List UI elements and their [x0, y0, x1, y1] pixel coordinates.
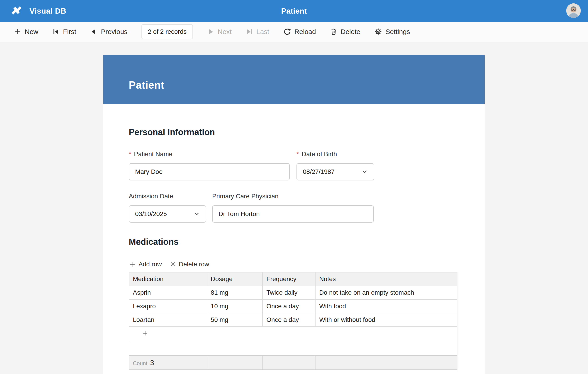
- table-add-row-button[interactable]: [142, 330, 148, 336]
- cell-medication[interactable]: Asprin: [129, 286, 207, 300]
- empty-row: [129, 341, 457, 356]
- user-avatar[interactable]: [566, 3, 581, 18]
- cell-medication[interactable]: Lexapro: [129, 300, 207, 313]
- chevron-down-icon: [361, 168, 368, 175]
- plus-icon: [14, 28, 21, 35]
- record-position-indicator: 2 of 2 records: [141, 24, 193, 39]
- form-row-1: * Patient Name * Date of Birth 08/27/198…: [129, 151, 457, 180]
- cell-dosage[interactable]: 50 mg: [207, 313, 263, 327]
- cell-frequency[interactable]: Once a day: [262, 300, 315, 313]
- previous-button[interactable]: Previous: [90, 28, 127, 36]
- next-button[interactable]: Next: [207, 28, 232, 36]
- avatar-icon: [566, 3, 581, 18]
- settings-button[interactable]: Settings: [374, 28, 410, 36]
- record-toolbar: New First Previous 2 of 2 records Next L…: [0, 22, 588, 42]
- form-body: Personal information * Patient Name * Da…: [103, 104, 485, 370]
- count-value: 3: [150, 359, 154, 367]
- chevron-down-icon: [193, 211, 200, 217]
- column-header-frequency[interactable]: Frequency: [262, 272, 315, 286]
- delete-row-button[interactable]: Delete row: [170, 261, 209, 268]
- count-label: Count: [133, 360, 147, 366]
- cell-medication[interactable]: Loartan: [129, 313, 207, 327]
- medications-heading: Medications: [129, 223, 457, 246]
- main-content: Patient Personal information * Patient N…: [0, 55, 588, 374]
- patient-name-field: * Patient Name: [129, 151, 290, 180]
- next-icon: [207, 28, 214, 35]
- trash-icon: [330, 28, 337, 35]
- column-header-notes[interactable]: Notes: [315, 272, 457, 286]
- required-asterisk: *: [129, 151, 131, 158]
- medications-table: Medication Dosage Frequency Notes Asprin…: [129, 272, 457, 370]
- form-row-2: Admission Date 03/10/2025 Primary Care P…: [129, 193, 457, 223]
- table-row: Lexapro 10 mg Once a day With food: [129, 300, 457, 313]
- physician-label: Primary Care Physician: [212, 193, 374, 200]
- required-asterisk: *: [296, 151, 299, 158]
- table-summary-row: Count3: [129, 356, 457, 370]
- date-of-birth-field: * Date of Birth 08/27/1987: [296, 151, 374, 180]
- app-header: Visual DB Patient: [0, 0, 588, 22]
- table-row: Asprin 81 mg Twice daily Do not take on …: [129, 286, 457, 300]
- cell-notes[interactable]: Do not take on an empty stomach: [315, 286, 457, 300]
- plus-icon: [142, 330, 148, 336]
- cell-frequency[interactable]: Once a day: [262, 313, 315, 327]
- count-cell: Count3: [129, 356, 207, 370]
- column-header-dosage[interactable]: Dosage: [207, 272, 263, 286]
- cell-dosage[interactable]: 10 mg: [207, 300, 263, 313]
- admission-date-field: Admission Date 03/10/2025: [129, 193, 206, 223]
- new-button[interactable]: New: [14, 28, 38, 36]
- page-title: Patient: [281, 7, 307, 15]
- cell-dosage[interactable]: 81 mg: [207, 286, 263, 300]
- reload-button[interactable]: Reload: [283, 28, 316, 36]
- visual-db-logo-icon: [10, 4, 23, 18]
- last-button[interactable]: Last: [246, 28, 269, 36]
- physician-input[interactable]: [219, 210, 368, 218]
- skip-last-icon: [246, 28, 253, 35]
- patient-name-input[interactable]: [135, 168, 283, 176]
- date-of-birth-select[interactable]: 08/27/1987: [296, 163, 374, 180]
- cell-notes[interactable]: With or without food: [315, 313, 457, 327]
- table-header-row: Medication Dosage Frequency Notes: [129, 272, 457, 286]
- brand[interactable]: Visual DB: [10, 4, 66, 18]
- brand-name: Visual DB: [30, 7, 66, 15]
- previous-icon: [90, 28, 97, 35]
- table-row: Loartan 50 mg Once a day With or without…: [129, 313, 457, 327]
- patient-name-label: * Patient Name: [129, 151, 290, 158]
- skip-first-icon: [52, 28, 60, 35]
- form-banner: Patient: [103, 55, 485, 104]
- admission-date-label: Admission Date: [129, 193, 206, 200]
- patient-form-card: Patient Personal information * Patient N…: [103, 55, 485, 374]
- date-of-birth-label: * Date of Birth: [296, 151, 374, 158]
- physician-field: Primary Care Physician: [212, 193, 374, 223]
- table-actions: Add row Delete row: [129, 261, 457, 268]
- admission-date-select[interactable]: 03/10/2025: [129, 205, 206, 223]
- personal-information-heading: Personal information: [129, 104, 457, 136]
- plus-icon: [129, 261, 136, 268]
- add-row-button[interactable]: Add row: [129, 261, 162, 268]
- cell-notes[interactable]: With food: [315, 300, 457, 313]
- form-banner-title: Patient: [129, 80, 485, 90]
- cell-frequency[interactable]: Twice daily: [262, 286, 315, 300]
- column-header-medication[interactable]: Medication: [129, 272, 207, 286]
- delete-button[interactable]: Delete: [330, 28, 360, 36]
- x-icon: [170, 261, 176, 267]
- reload-icon: [283, 28, 291, 36]
- add-row-inline: [129, 327, 457, 341]
- gear-icon: [374, 28, 382, 36]
- first-button[interactable]: First: [52, 28, 76, 36]
